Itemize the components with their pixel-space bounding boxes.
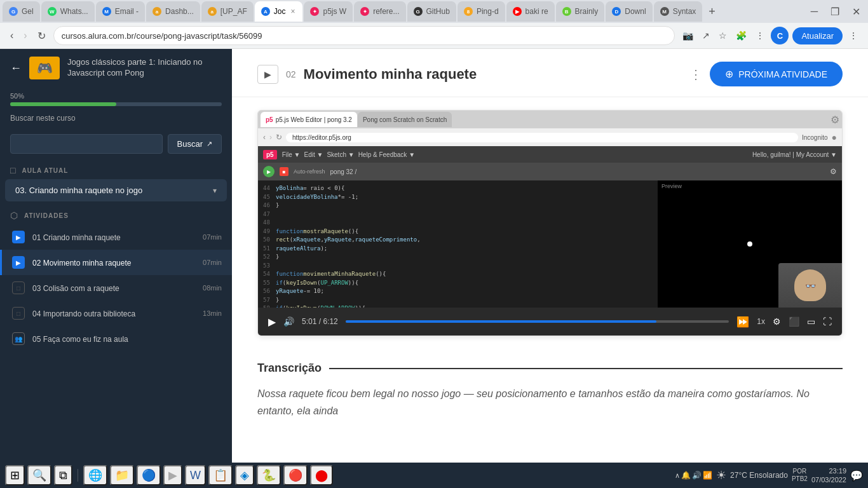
tab-favicon: ✦: [360, 7, 369, 16]
embed-body: 44 yBolinha = raio < 0){ 45 velocidadeYB…: [258, 180, 842, 308]
embed-menu-edit[interactable]: Edit ▼: [304, 151, 323, 158]
start-button[interactable]: ⊞: [5, 465, 25, 485]
python-taskbar-button[interactable]: 🐍: [257, 465, 281, 485]
video-speed-button[interactable]: 1x: [757, 317, 765, 326]
lesson-toggle-button[interactable]: ▶: [257, 65, 278, 84]
restore-button[interactable]: ❐: [825, 3, 844, 20]
code-line-58: 58 if (keyIsDown(DOWN_ARROW)){: [263, 304, 653, 308]
embed-menu-file[interactable]: File ▼: [282, 151, 301, 158]
tab-google[interactable]: G Gel: [3, 1, 40, 22]
video-progress-bar[interactable]: [346, 320, 729, 323]
bookmark-btn[interactable]: ☆: [716, 28, 729, 43]
terminal-taskbar-button[interactable]: ▶: [163, 465, 182, 485]
tab-reference[interactable]: ✦ refere...: [354, 1, 405, 22]
embed-url-bar[interactable]: https://editor.p5js.org: [286, 133, 798, 142]
embed-play-button[interactable]: ▶: [263, 166, 275, 177]
activity-item-1[interactable]: ▶ 01 Criando minha raquete 07min: [0, 224, 232, 250]
activity-duration-3: 08min: [203, 284, 222, 292]
chevron-down-icon: ▾: [213, 186, 217, 195]
tab-close-btn[interactable]: ×: [289, 6, 296, 17]
screenshot-btn[interactable]: 📷: [680, 28, 696, 43]
video-play-button[interactable]: ▶: [268, 316, 276, 328]
embed-p5-logo: p5: [263, 150, 277, 159]
back-button[interactable]: ‹: [8, 27, 16, 44]
video-theater-button[interactable]: ⬛: [789, 316, 799, 327]
current-section-item[interactable]: 03. Criando minha raquete no jogo ▾: [5, 179, 227, 201]
video-skip-forward-button[interactable]: ⏩: [736, 316, 749, 328]
share-btn[interactable]: ↗: [700, 28, 712, 43]
close-window-button[interactable]: ✕: [847, 3, 865, 20]
search-button[interactable]: Buscar ↗: [168, 134, 222, 154]
embed-menu-sketch[interactable]: Sketch ▼: [327, 151, 354, 158]
chrome-taskbar-button[interactable]: 🔵: [137, 465, 161, 485]
language-indicator[interactable]: POR PTB2: [792, 468, 808, 483]
embed-forward-btn[interactable]: ›: [269, 133, 272, 142]
activities-icon: ⬡: [10, 210, 18, 220]
video-miniplayer-button[interactable]: ▭: [807, 316, 815, 327]
more-options-button[interactable]: ⋮: [689, 67, 702, 82]
search-taskbar-button[interactable]: 🔍: [27, 465, 51, 485]
word-taskbar-button[interactable]: W: [185, 465, 206, 485]
tab-brainly[interactable]: B Brainly: [556, 1, 605, 22]
task-view-button[interactable]: ⧉: [54, 465, 72, 485]
tab-email[interactable]: M Email -: [96, 1, 145, 22]
notification-button[interactable]: 💬: [850, 470, 863, 482]
tab-downloads[interactable]: D Downl: [606, 1, 652, 22]
tab-p5js[interactable]: ✦ p5js W: [304, 1, 353, 22]
vscode-taskbar-button[interactable]: ◈: [235, 465, 254, 485]
minimize-button[interactable]: ─: [806, 3, 823, 20]
clock[interactable]: 23:19 07/03/2022: [811, 466, 846, 485]
tab-syntax[interactable]: M Syntaх: [654, 1, 703, 22]
embed-person-glasses-icon: 👓: [805, 281, 816, 291]
chrome2-taskbar-button[interactable]: 🔴: [283, 465, 308, 485]
next-activity-button[interactable]: ⊕ PRÓXIMA ATIVIDADE: [710, 62, 843, 86]
embed-stop-button[interactable]: ■: [280, 167, 288, 176]
activity-item-4[interactable]: □ 04 Importando outra biblioteca 13min: [0, 301, 232, 326]
activity-item-5[interactable]: 👥 05 Faça como eu fiz na aula: [0, 326, 232, 351]
activity-item-3[interactable]: □ 03 Colisão com a raquete 08min: [0, 275, 232, 301]
embed-back-btn[interactable]: ‹: [263, 133, 266, 142]
embed-settings-gear-icon[interactable]: ⚙: [830, 167, 837, 176]
url-bar[interactable]: cursos.alura.com.br/course/pong-javascri…: [53, 26, 675, 45]
sidebar-back-button[interactable]: ←: [10, 62, 22, 75]
search-input[interactable]: [10, 134, 163, 154]
embed-reload-btn[interactable]: ↻: [276, 133, 282, 142]
tab-label: Email -: [115, 7, 139, 16]
tab-favicon: D: [612, 7, 621, 16]
activity-group-icon-5: 👥: [12, 332, 25, 345]
activity-play-icon-1: ▶: [12, 231, 25, 243]
new-tab-button[interactable]: +: [703, 5, 721, 18]
tab-favicon: M: [102, 7, 111, 16]
explorer-taskbar-button[interactable]: 📁: [110, 465, 134, 485]
video-volume-button[interactable]: 🔊: [283, 316, 294, 327]
tab-label: Dashb...: [165, 7, 194, 16]
edge-taskbar-button[interactable]: 🌐: [83, 465, 107, 485]
progress-fill: [10, 102, 116, 106]
embed-menu-help[interactable]: Help & Feedback ▼: [358, 151, 415, 158]
profile-avatar[interactable]: C: [771, 27, 789, 44]
video-fullscreen-button[interactable]: ⛶: [823, 316, 832, 327]
app5-taskbar-button[interactable]: 📋: [208, 465, 233, 485]
tab-whatsapp[interactable]: W Whats...: [41, 1, 95, 22]
tab-alura-active[interactable]: A Joc ×: [255, 1, 303, 22]
weather-widget[interactable]: ☀ 27°C Ensolarado: [716, 468, 788, 482]
app-red-icon: ⬤: [315, 468, 328, 482]
forward-button[interactable]: ›: [21, 27, 29, 44]
embed-settings-icon[interactable]: ⚙: [831, 114, 839, 126]
tab-favicon: 8: [464, 7, 473, 16]
reload-button[interactable]: ↻: [35, 27, 48, 44]
menu-btn[interactable]: ⋮: [753, 28, 767, 43]
transcript-section: Transcrição Nossa raquete ficou bem lega…: [232, 349, 868, 432]
more-btn[interactable]: ⋮: [846, 28, 860, 43]
activity-info-2: 02 Movimento minha raquete: [32, 257, 195, 268]
update-button[interactable]: Atualizar: [792, 27, 843, 44]
tab-github[interactable]: G GitHub: [407, 1, 456, 22]
extensions-btn[interactable]: 🧩: [733, 28, 749, 43]
tab-up[interactable]: a [UP_AF: [201, 1, 254, 22]
tab-youtube[interactable]: ▶ baki re: [506, 1, 555, 22]
tab-dashboard[interactable]: a Dashb...: [146, 1, 200, 22]
app-taskbar-red[interactable]: ⬤: [310, 465, 333, 485]
tab-ping[interactable]: 8 Ping-d: [458, 1, 505, 22]
activity-item-2[interactable]: ▶ 02 Movimento minha raquete 07min: [0, 250, 232, 275]
video-settings-button[interactable]: ⚙: [773, 316, 781, 327]
